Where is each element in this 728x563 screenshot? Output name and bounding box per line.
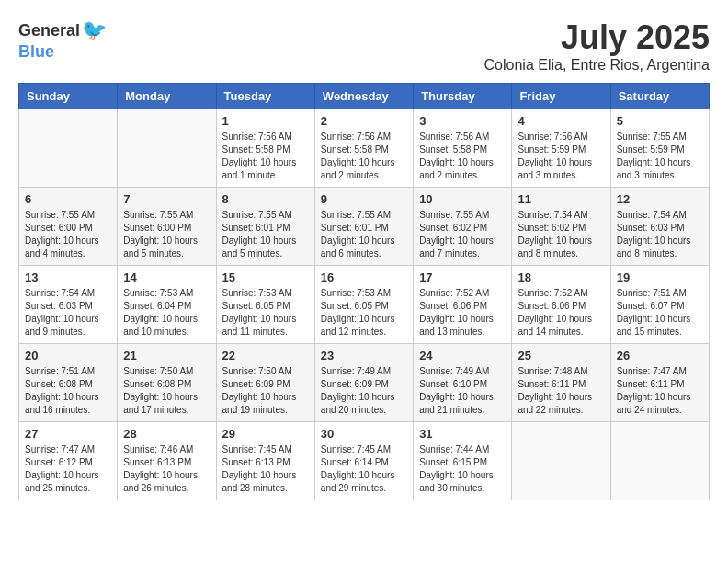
weekday-header-wednesday: Wednesday: [314, 84, 413, 109]
day-info: Sunrise: 7:50 AMSunset: 6:09 PMDaylight:…: [222, 365, 309, 417]
calendar-day-cell: 31Sunrise: 7:44 AMSunset: 6:15 PMDayligh…: [414, 422, 512, 500]
calendar-day-cell: 27Sunrise: 7:47 AMSunset: 6:12 PMDayligh…: [19, 422, 118, 500]
calendar-week-row: 13Sunrise: 7:54 AMSunset: 6:03 PMDayligh…: [19, 266, 710, 344]
day-number: 18: [518, 270, 604, 284]
calendar-day-cell: [512, 422, 610, 500]
day-number: 29: [222, 427, 309, 441]
day-info: Sunrise: 7:49 AMSunset: 6:10 PMDaylight:…: [419, 365, 506, 417]
day-info: Sunrise: 7:55 AMSunset: 6:01 PMDaylight:…: [222, 209, 309, 260]
day-number: 11: [518, 192, 604, 206]
day-info: Sunrise: 7:56 AMSunset: 5:58 PMDaylight:…: [222, 131, 309, 182]
day-number: 19: [617, 270, 703, 284]
calendar-week-row: 1Sunrise: 7:56 AMSunset: 5:58 PMDaylight…: [19, 109, 710, 188]
day-number: 10: [419, 192, 506, 206]
day-info: Sunrise: 7:50 AMSunset: 6:08 PMDaylight:…: [123, 365, 210, 417]
day-number: 27: [25, 427, 111, 441]
page-title: July 2025: [484, 18, 710, 57]
day-number: 25: [518, 349, 604, 362]
calendar-day-cell: 16Sunrise: 7:53 AMSunset: 6:05 PMDayligh…: [314, 266, 413, 344]
day-info: Sunrise: 7:56 AMSunset: 5:59 PMDaylight:…: [518, 131, 604, 182]
weekday-header-sunday: Sunday: [19, 84, 118, 109]
day-number: 26: [617, 349, 703, 362]
day-info: Sunrise: 7:45 AMSunset: 6:14 PMDaylight:…: [321, 443, 407, 495]
day-info: Sunrise: 7:56 AMSunset: 5:58 PMDaylight:…: [419, 131, 506, 182]
day-number: 30: [321, 427, 407, 441]
calendar-week-row: 20Sunrise: 7:51 AMSunset: 6:08 PMDayligh…: [19, 344, 710, 422]
day-info: Sunrise: 7:46 AMSunset: 6:13 PMDaylight:…: [123, 443, 210, 495]
day-info: Sunrise: 7:48 AMSunset: 6:11 PMDaylight:…: [518, 365, 604, 417]
day-info: Sunrise: 7:55 AMSunset: 6:00 PMDaylight:…: [123, 209, 210, 260]
calendar-week-row: 6Sunrise: 7:55 AMSunset: 6:00 PMDaylight…: [19, 188, 710, 266]
calendar-table: SundayMondayTuesdayWednesdayThursdayFrid…: [18, 83, 710, 500]
calendar-day-cell: 10Sunrise: 7:55 AMSunset: 6:02 PMDayligh…: [414, 188, 512, 266]
day-info: Sunrise: 7:49 AMSunset: 6:09 PMDaylight:…: [321, 365, 407, 417]
day-number: 17: [419, 270, 506, 284]
calendar-day-cell: [610, 422, 709, 500]
day-info: Sunrise: 7:54 AMSunset: 6:03 PMDaylight:…: [617, 209, 703, 260]
day-number: 3: [419, 114, 506, 128]
calendar-day-cell: 25Sunrise: 7:48 AMSunset: 6:11 PMDayligh…: [512, 344, 610, 422]
day-number: 20: [25, 349, 111, 362]
day-info: Sunrise: 7:45 AMSunset: 6:13 PMDaylight:…: [222, 443, 309, 495]
day-number: 1: [222, 114, 309, 128]
calendar-day-cell: 17Sunrise: 7:52 AMSunset: 6:06 PMDayligh…: [414, 266, 512, 344]
day-info: Sunrise: 7:54 AMSunset: 6:02 PMDaylight:…: [518, 209, 604, 260]
calendar-day-cell: 12Sunrise: 7:54 AMSunset: 6:03 PMDayligh…: [610, 188, 709, 266]
page-subtitle: Colonia Elia, Entre Rios, Argentina: [484, 57, 710, 74]
logo-bird-icon: 🐦: [82, 18, 107, 42]
day-number: 7: [123, 192, 210, 206]
calendar-day-cell: 1Sunrise: 7:56 AMSunset: 5:58 PMDaylight…: [216, 109, 314, 188]
day-number: 21: [123, 349, 210, 362]
calendar-day-cell: 30Sunrise: 7:45 AMSunset: 6:14 PMDayligh…: [314, 422, 413, 500]
day-number: 5: [617, 114, 703, 128]
day-info: Sunrise: 7:52 AMSunset: 6:06 PMDaylight:…: [518, 287, 604, 339]
day-number: 4: [518, 114, 604, 128]
page-header: General 🐦 Blue July 2025 Colonia Elia, E…: [18, 18, 710, 74]
day-number: 12: [617, 192, 703, 206]
logo-general: General: [18, 21, 80, 40]
day-info: Sunrise: 7:53 AMSunset: 6:04 PMDaylight:…: [123, 287, 210, 339]
weekday-header-saturday: Saturday: [610, 84, 709, 109]
logo: General 🐦 Blue: [18, 18, 107, 62]
day-number: 28: [123, 427, 210, 441]
day-number: 8: [222, 192, 309, 206]
day-number: 13: [25, 270, 111, 284]
calendar-day-cell: 15Sunrise: 7:53 AMSunset: 6:05 PMDayligh…: [216, 266, 314, 344]
day-info: Sunrise: 7:53 AMSunset: 6:05 PMDaylight:…: [321, 287, 407, 339]
calendar-day-cell: 29Sunrise: 7:45 AMSunset: 6:13 PMDayligh…: [216, 422, 314, 500]
calendar-day-cell: 23Sunrise: 7:49 AMSunset: 6:09 PMDayligh…: [314, 344, 413, 422]
calendar-day-cell: 9Sunrise: 7:55 AMSunset: 6:01 PMDaylight…: [314, 188, 413, 266]
day-number: 23: [321, 349, 407, 362]
calendar-day-cell: 5Sunrise: 7:55 AMSunset: 5:59 PMDaylight…: [610, 109, 709, 188]
calendar-header-row: SundayMondayTuesdayWednesdayThursdayFrid…: [19, 84, 710, 109]
calendar-day-cell: 26Sunrise: 7:47 AMSunset: 6:11 PMDayligh…: [610, 344, 709, 422]
logo-blue: Blue: [18, 42, 54, 61]
calendar-day-cell: 3Sunrise: 7:56 AMSunset: 5:58 PMDaylight…: [414, 109, 512, 188]
weekday-header-monday: Monday: [118, 84, 216, 109]
day-number: 6: [25, 192, 111, 206]
day-info: Sunrise: 7:55 AMSunset: 6:02 PMDaylight:…: [419, 209, 506, 260]
day-number: 2: [321, 114, 407, 128]
calendar-day-cell: 7Sunrise: 7:55 AMSunset: 6:00 PMDaylight…: [118, 188, 216, 266]
calendar-day-cell: 21Sunrise: 7:50 AMSunset: 6:08 PMDayligh…: [118, 344, 216, 422]
calendar-day-cell: 11Sunrise: 7:54 AMSunset: 6:02 PMDayligh…: [512, 188, 610, 266]
weekday-header-tuesday: Tuesday: [216, 84, 314, 109]
calendar-day-cell: 19Sunrise: 7:51 AMSunset: 6:07 PMDayligh…: [610, 266, 709, 344]
day-info: Sunrise: 7:51 AMSunset: 6:07 PMDaylight:…: [617, 287, 703, 339]
calendar-day-cell: 2Sunrise: 7:56 AMSunset: 5:58 PMDaylight…: [314, 109, 413, 188]
day-info: Sunrise: 7:52 AMSunset: 6:06 PMDaylight:…: [419, 287, 506, 339]
weekday-header-thursday: Thursday: [414, 84, 512, 109]
calendar-day-cell: 24Sunrise: 7:49 AMSunset: 6:10 PMDayligh…: [414, 344, 512, 422]
day-info: Sunrise: 7:55 AMSunset: 6:01 PMDaylight:…: [321, 209, 407, 260]
day-number: 15: [222, 270, 309, 284]
day-info: Sunrise: 7:53 AMSunset: 6:05 PMDaylight:…: [222, 287, 309, 339]
day-info: Sunrise: 7:54 AMSunset: 6:03 PMDaylight:…: [25, 287, 111, 339]
title-area: July 2025 Colonia Elia, Entre Rios, Arge…: [484, 18, 710, 74]
day-number: 14: [123, 270, 210, 284]
day-info: Sunrise: 7:55 AMSunset: 6:00 PMDaylight:…: [25, 209, 111, 260]
calendar-day-cell: 20Sunrise: 7:51 AMSunset: 6:08 PMDayligh…: [19, 344, 118, 422]
day-number: 31: [419, 427, 506, 441]
calendar-day-cell: 8Sunrise: 7:55 AMSunset: 6:01 PMDaylight…: [216, 188, 314, 266]
calendar-day-cell: [19, 109, 118, 188]
calendar-day-cell: 22Sunrise: 7:50 AMSunset: 6:09 PMDayligh…: [216, 344, 314, 422]
